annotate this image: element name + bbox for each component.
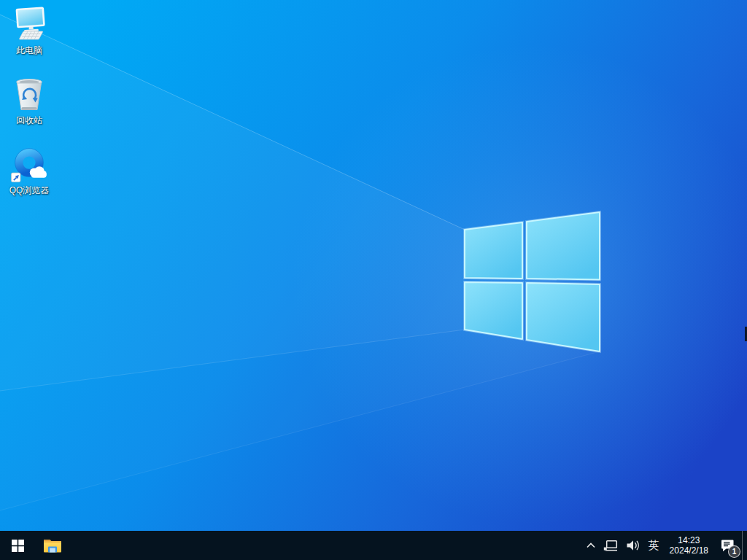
windows-start-icon (12, 540, 24, 552)
notification-badge: 1 (728, 545, 740, 558)
desktop-icon-grid: 此电脑 (1, 4, 57, 210)
computer-icon (10, 4, 48, 45)
desktop-icon-recycle-bin[interactable]: 回收站 (1, 74, 57, 140)
recycle-bin-icon (10, 74, 48, 115)
desktop-icon-this-pc[interactable]: 此电脑 (1, 4, 57, 70)
desktop-icon-label: 回收站 (16, 116, 42, 126)
action-center-button[interactable]: 1 (714, 531, 742, 560)
taskbar: 英 14:23 2024/2/18 1 (0, 531, 747, 560)
speaker-icon (626, 540, 640, 551)
network-ethernet-icon (603, 540, 619, 552)
show-hidden-icons-button[interactable] (582, 531, 600, 560)
desktop-icon-qq-browser[interactable]: QQ浏览器 (1, 144, 57, 210)
wallpaper-windows-logo (0, 0, 747, 531)
ime-label: 英 (649, 539, 659, 553)
clock-date: 2024/2/18 (670, 545, 708, 556)
network-button[interactable] (600, 531, 622, 560)
system-tray: 英 14:23 2024/2/18 1 (582, 531, 747, 560)
desktop-icon-label: QQ浏览器 (9, 186, 50, 196)
desktop: 此电脑 (0, 0, 747, 560)
file-explorer-icon (43, 537, 62, 553)
taskbar-clock[interactable]: 14:23 2024/2/18 (664, 535, 714, 556)
show-desktop-button[interactable] (742, 531, 747, 560)
start-button[interactable] (0, 531, 35, 560)
volume-button[interactable] (622, 531, 644, 560)
desktop-icon-label: 此电脑 (16, 46, 42, 56)
chevron-up-icon (586, 542, 596, 549)
clock-time: 14:23 (670, 535, 708, 545)
qq-browser-icon (10, 144, 48, 185)
ime-indicator[interactable]: 英 (644, 531, 664, 560)
file-explorer-button[interactable] (35, 531, 70, 560)
shortcut-arrow-icon (11, 173, 20, 182)
